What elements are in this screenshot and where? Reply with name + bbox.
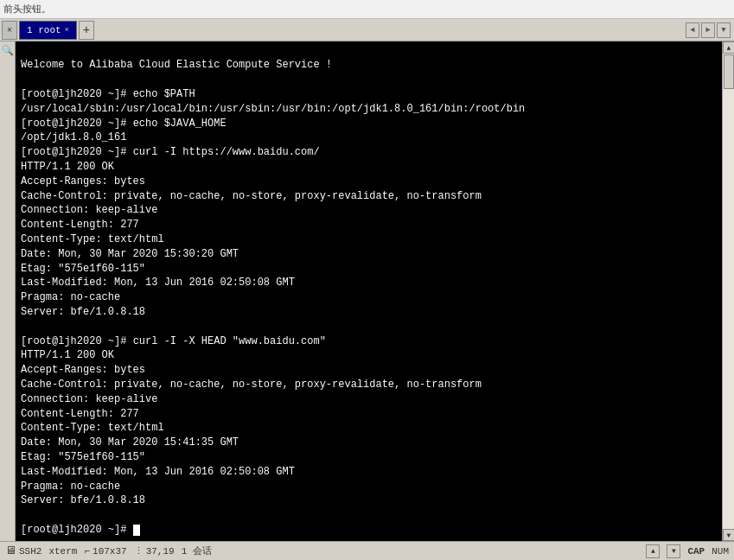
size-label: 107x37 [93,546,127,557]
ssh-icon: 🖥 [5,544,16,557]
scrollbar-track[interactable] [723,54,734,529]
tab-close-icon[interactable]: × [65,26,69,35]
search-icon[interactable]: 🔍 [2,45,14,56]
window-close-button[interactable]: × [2,21,17,40]
scrollbar-thumb[interactable] [724,54,734,89]
status-bar: 🖥 SSH2 xterm ⌐ 107x37 ⋮ 37,19 1 会话 ▲ ▼ C… [0,541,734,560]
scroll-down-button[interactable]: ▼ [723,529,734,541]
tab-label: 1 root [27,25,61,35]
tab-bar: × 1 root × + ◄ ► ▼ [0,19,734,41]
tab-bar-spacer [94,19,686,41]
sessions-label: 1 会话 [182,544,212,557]
top-bar: 前头按钮。 [0,0,734,19]
tab-1-root[interactable]: 1 root × [19,21,77,40]
num-label: NUM [712,546,729,557]
left-sidebar: 🔍 [0,41,16,541]
tab-nav-right-button[interactable]: ► [701,22,715,38]
tab-nav-buttons: ◄ ► ▼ [686,19,734,41]
size-icon: ⌐ [84,546,90,557]
status-sessions: 1 会话 [182,544,212,557]
pos-label: 37,19 [146,546,175,557]
scroll-up-button[interactable]: ▲ [723,41,734,54]
terminal-area[interactable]: WARNING! The remote SSH server rejected … [16,41,722,541]
pos-icon: ⋮ [134,545,144,557]
terminal-wrapper: 🔍 WARNING! The remote SSH server rejecte… [0,41,734,541]
status-nav-down-button[interactable]: ▼ [667,544,680,558]
top-bar-text: 前头按钮。 [3,3,51,16]
xterm-label: xterm [48,546,77,557]
status-nav-up-button[interactable]: ▲ [646,544,660,558]
ssh-label: SSH2 [19,546,41,557]
tab-dropdown-button[interactable]: ▼ [717,22,731,38]
tab-add-button[interactable]: + [79,21,94,40]
status-xterm: xterm [48,546,77,557]
status-size: ⌐ 107x37 [84,546,126,557]
status-ssh: 🖥 SSH2 [5,544,41,557]
right-scrollbar: ▲ ▼ [722,41,734,541]
cap-label: CAP [687,546,705,557]
status-position: ⋮ 37,19 [134,545,175,557]
tab-nav-left-button[interactable]: ◄ [686,22,699,38]
